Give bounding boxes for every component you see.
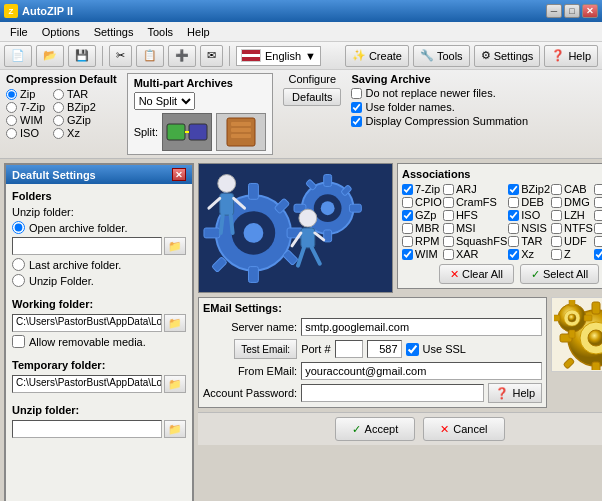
zip-radio[interactable] bbox=[6, 89, 17, 100]
svg-point-34 bbox=[299, 209, 317, 227]
svg-rect-13 bbox=[204, 228, 220, 238]
defaults-button[interactable]: Defaults bbox=[283, 88, 341, 106]
main-content: Deafult Settings ✕ Folders Unzip folder:… bbox=[0, 159, 602, 501]
gzip-radio[interactable] bbox=[53, 115, 64, 126]
close-button[interactable]: ✕ bbox=[582, 4, 598, 18]
use-ssl-check[interactable] bbox=[406, 343, 419, 356]
display-summary-check[interactable] bbox=[351, 116, 362, 127]
help-button[interactable]: ❓ Help bbox=[544, 45, 598, 67]
open-archive-radio[interactable] bbox=[12, 221, 25, 234]
use-folder-check[interactable] bbox=[351, 102, 362, 113]
assoc-nsis: NSIS bbox=[508, 222, 550, 234]
no-replace-check[interactable] bbox=[351, 88, 362, 99]
assoc-deb: DEB bbox=[508, 196, 550, 208]
accept-button[interactable]: ✓ Accept bbox=[335, 417, 416, 441]
settings-dialog: Deafult Settings ✕ Folders Unzip folder:… bbox=[4, 163, 194, 501]
tar-radio[interactable] bbox=[53, 89, 64, 100]
browse-open-button[interactable]: 📁 bbox=[164, 237, 186, 255]
folders-section: Folders Unzip folder: Open archive folde… bbox=[12, 190, 186, 290]
browse-icon: 📁 bbox=[168, 240, 182, 253]
svg-point-42 bbox=[588, 330, 602, 346]
associations-panel: Associations 7-Zip ARJ BZip2 CAB CHM CPI… bbox=[397, 163, 602, 289]
menu-options[interactable]: Options bbox=[36, 24, 86, 40]
menu-tools[interactable]: Tools bbox=[141, 24, 179, 40]
archive-preview bbox=[216, 113, 266, 151]
settings-dialog-title: Deafult Settings ✕ bbox=[6, 165, 192, 184]
temp-section: Temporary folder: C:\Users\PastorBust\Ap… bbox=[12, 359, 186, 396]
svg-rect-0 bbox=[167, 124, 185, 140]
svg-rect-11 bbox=[248, 183, 258, 199]
save-icon: 💾 bbox=[75, 49, 89, 62]
add-button[interactable]: ➕ bbox=[168, 45, 196, 67]
flag-icon bbox=[241, 49, 261, 62]
port-num-input[interactable] bbox=[367, 340, 402, 358]
svg-rect-22 bbox=[324, 175, 332, 187]
allow-removable-check[interactable] bbox=[12, 335, 25, 348]
iso-radio[interactable] bbox=[6, 128, 17, 139]
temp-folder-input[interactable]: C:\Users\PastorBust\AppData\Local\A bbox=[12, 375, 162, 393]
unzip-folder-field[interactable] bbox=[12, 420, 162, 438]
assoc-hfs: HFS bbox=[443, 209, 507, 221]
open-button[interactable]: 📂 bbox=[36, 45, 64, 67]
server-name-input[interactable] bbox=[301, 318, 542, 336]
svg-rect-12 bbox=[248, 267, 258, 283]
7zip-radio[interactable] bbox=[6, 102, 17, 113]
assoc-tar: TAR bbox=[508, 235, 550, 247]
maximize-button[interactable]: □ bbox=[564, 4, 580, 18]
password-input[interactable] bbox=[301, 384, 484, 402]
working-section: Working folder: C:\Users\PastorBust\AppD… bbox=[12, 298, 186, 351]
help-icon: ❓ bbox=[551, 49, 565, 62]
from-email-input[interactable] bbox=[301, 362, 542, 380]
minimize-button[interactable]: ─ bbox=[546, 4, 562, 18]
last-archive-radio[interactable] bbox=[12, 258, 25, 271]
options-bar: Compression Default Zip 7-Zip WIM ISO TA… bbox=[0, 70, 602, 159]
svg-rect-4 bbox=[231, 122, 251, 126]
email-panel: EMail Settings: Server name: Test Email:… bbox=[198, 297, 547, 408]
save-button[interactable]: 💾 bbox=[68, 45, 96, 67]
browse-working-button[interactable]: 📁 bbox=[164, 314, 186, 332]
email-help-button[interactable]: ❓ Help bbox=[488, 383, 542, 403]
tools-button[interactable]: 🔧 Tools bbox=[413, 45, 470, 67]
wim-radio[interactable] bbox=[6, 115, 17, 126]
test-email-button[interactable]: Test Email: bbox=[234, 339, 297, 359]
svg-rect-57 bbox=[584, 315, 592, 321]
settings-button[interactable]: ⚙ Settings bbox=[474, 45, 541, 67]
cut-button[interactable]: ✂ bbox=[109, 45, 132, 67]
menu-file[interactable]: File bbox=[4, 24, 34, 40]
svg-point-21 bbox=[321, 201, 335, 215]
browse-unzip-button[interactable]: 📁 bbox=[164, 420, 186, 438]
port-input[interactable] bbox=[335, 340, 363, 358]
svg-point-10 bbox=[244, 223, 264, 243]
split-label: Split: bbox=[134, 126, 158, 138]
assoc-lzma: LZMA bbox=[594, 209, 602, 221]
assoc-buttons: ✕ Clear All ✓ Select All bbox=[402, 264, 602, 284]
assoc-rar: RAR bbox=[594, 222, 602, 234]
copy-button[interactable]: 📋 bbox=[136, 45, 164, 67]
svg-rect-43 bbox=[592, 302, 600, 314]
cancel-button[interactable]: ✕ Cancel bbox=[423, 417, 504, 441]
assoc-udf: UDF bbox=[551, 235, 593, 247]
password-label: Account Password: bbox=[203, 387, 297, 399]
open-archive-input[interactable] bbox=[12, 237, 162, 255]
settings-close-button[interactable]: ✕ bbox=[172, 168, 186, 181]
assoc-zip: ZIP bbox=[594, 248, 602, 260]
browse-temp-button[interactable]: 📁 bbox=[164, 375, 186, 393]
create-button[interactable]: ✨ Create bbox=[345, 45, 409, 67]
bzip2-radio[interactable] bbox=[53, 102, 64, 113]
cancel-icon: ✕ bbox=[440, 423, 449, 436]
select-all-button[interactable]: ✓ Select All bbox=[520, 264, 599, 284]
menu-help[interactable]: Help bbox=[181, 24, 216, 40]
working-folder-input[interactable]: C:\Users\PastorBust\AppData\Local\A bbox=[12, 314, 162, 332]
unzip-folder-radio[interactable] bbox=[12, 274, 25, 287]
toolbar: 📄 📂 💾 ✂ 📋 ➕ ✉ English ▼ ✨ Create 🔧 Tools… bbox=[0, 42, 602, 70]
no-split-select[interactable]: No Split bbox=[134, 92, 195, 110]
assoc-cramfs: CramFS bbox=[443, 196, 507, 208]
clear-all-button[interactable]: ✕ Clear All bbox=[439, 264, 514, 284]
assoc-cab: CAB bbox=[551, 183, 593, 195]
xz-radio[interactable] bbox=[53, 128, 64, 139]
browse-unzip-icon: 📁 bbox=[168, 423, 182, 436]
email-button[interactable]: ✉ bbox=[200, 45, 223, 67]
new-button[interactable]: 📄 bbox=[4, 45, 32, 67]
menu-settings[interactable]: Settings bbox=[88, 24, 140, 40]
language-selector[interactable]: English ▼ bbox=[236, 46, 321, 66]
